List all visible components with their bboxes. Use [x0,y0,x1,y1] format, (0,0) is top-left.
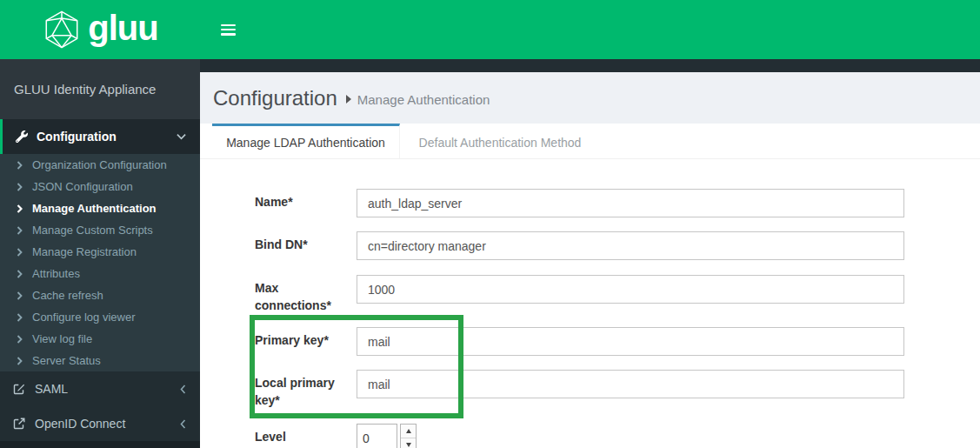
chevron-right-icon [17,226,23,235]
spinner-up-icon [406,429,411,433]
tab-bar: Manage LDAP Authentication Default Authe… [200,124,980,159]
chevron-right-icon [17,335,23,344]
sidebar-title: GLUU Identity Appliance [0,59,200,119]
sidebar-footer-strip [0,441,200,448]
tab-label: Default Authentication Method [419,136,582,150]
breadcrumb-current: Manage Authentication [357,92,490,107]
sidebar-item-label: Configure log viewer [32,311,136,324]
sidebar-item-label: Organization Configuration [32,158,167,171]
chevron-right-icon [17,291,23,300]
content-header: Configuration Manage Authentication [200,72,980,124]
chevron-right-icon [17,161,23,170]
field-label-name: Name* [255,193,349,211]
sidebar-item-manage-registration[interactable]: Manage Registration [0,241,200,263]
sidebar-section-label: SAML [35,382,68,396]
sidebar-item-label: Cache refresh [32,289,103,302]
tab-manage-ldap-authentication[interactable]: Manage LDAP Authentication [212,124,400,158]
sidebar-item-label: JSON Configuration [32,180,133,193]
sidebar-item-label: Server Status [32,354,101,367]
field-label-bind-dn: Bind DN* [255,236,349,253]
sidebar-item-cache-refresh[interactable]: Cache refresh [0,284,200,306]
field-label-local-primary-key: Local primary key* [255,374,349,409]
field-input-primary-key[interactable] [357,327,904,356]
app-window: gluu GLUU Identity Appliance Configurati… [0,0,980,448]
sidebar: GLUU Identity Appliance Configuration Or… [0,59,200,448]
chevron-down-icon [177,133,186,140]
spinner-down-icon [406,443,411,447]
number-spinner [400,424,417,448]
field-input-name[interactable] [357,189,904,217]
field-input-level[interactable] [357,424,397,448]
wrench-icon [16,130,28,143]
external-link-icon [13,418,25,430]
submenu: Organization ConfigurationJSON Configura… [0,154,200,371]
spinner-up-button[interactable] [401,425,416,438]
sidebar-item-view-log-file[interactable]: View log file [0,328,200,350]
sidebar-item-label: Manage Registration [32,245,137,258]
sidebar-item-server-status[interactable]: Server Status [0,350,200,371]
chevron-right-icon [17,183,23,191]
sidebar-item-label: Attributes [32,267,80,280]
chevron-right-icon [17,270,23,278]
sidebar-section-label: Configuration [37,130,117,144]
sidebar-item-attributes[interactable]: Attributes [0,263,200,284]
logo-text: gluu [88,10,157,49]
logo-link[interactable]: gluu [0,0,200,59]
gluu-icosahedron-icon [42,10,82,50]
chevron-right-icon [17,248,23,257]
field-label-level: Level [255,428,349,445]
sidebar-item-openid-connect[interactable]: OpenID Connect [0,406,200,441]
sidebar-item-configuration[interactable]: Configuration [0,119,200,154]
chevron-right-icon [17,204,23,213]
sidebar-toggle-button[interactable] [221,24,236,36]
edit-icon [13,383,25,395]
sidebar-item-configure-log-viewer[interactable]: Configure log viewer [0,306,200,328]
sidebar-menu: Configuration Organization Configuration… [0,119,200,441]
sidebar-item-label: Manage Custom Scripts [32,224,153,237]
sidebar-item-manage-custom-scripts[interactable]: Manage Custom Scripts [0,219,200,241]
ldap-authentication-form: Name*Bind DN*Max connections*Primary key… [200,159,980,448]
chevron-right-icon [17,357,23,365]
breadcrumb-arrow-icon [346,95,351,104]
field-input-local-primary-key[interactable] [357,370,904,398]
field-input-bind-dn[interactable] [357,231,904,260]
sidebar-item-organization-configuration[interactable]: Organization Configuration [0,154,200,176]
tab-default-authentication-method[interactable]: Default Authentication Method [400,124,600,158]
sidebar-section-label: OpenID Connect [35,417,125,431]
sidebar-item-json-configuration[interactable]: JSON Configuration [0,176,200,197]
sidebar-item-manage-authentication[interactable]: Manage Authentication [0,197,200,219]
field-input-max-connections[interactable] [357,275,904,304]
sidebar-item-label: View log file [32,332,92,345]
main-content: Configuration Manage Authentication Mana… [200,59,980,448]
hamburger-icon [221,24,236,27]
page-title: Configuration [213,86,337,110]
chevron-left-icon [180,419,186,429]
chevron-left-icon [180,384,186,394]
sidebar-item-saml[interactable]: SAML [0,371,200,406]
spinner-down-button[interactable] [401,438,416,448]
sidebar-item-label: Manage Authentication [32,202,157,215]
field-label-primary-key: Primary key* [255,331,349,349]
tab-label: Manage LDAP Authentication [226,136,385,150]
field-label-max-connections: Max connections* [255,279,349,314]
chevron-right-icon [17,313,23,322]
top-navbar: gluu [0,0,980,59]
navbar-lower-strip [200,59,980,72]
